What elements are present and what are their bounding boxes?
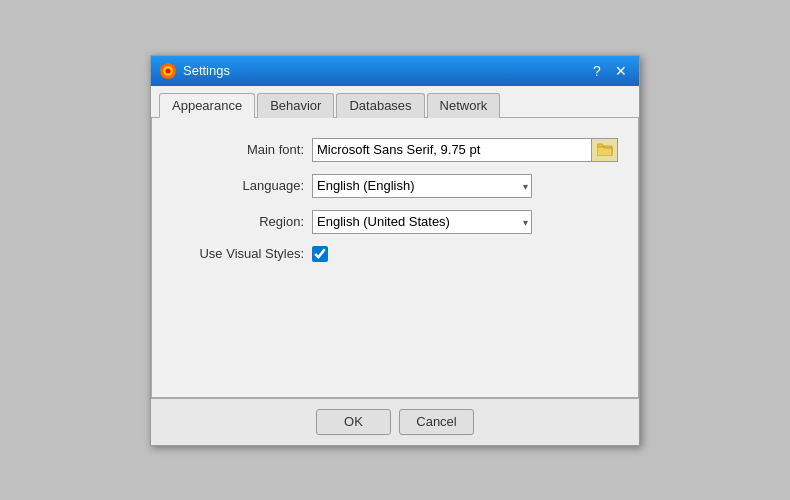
visual-styles-checkbox-wrap: [312, 246, 328, 262]
dialog-window: Settings ? ✕ Appearance Behavior Databas…: [150, 55, 640, 446]
tab-databases[interactable]: Databases: [336, 93, 424, 118]
browse-font-button[interactable]: [592, 138, 618, 162]
tab-network[interactable]: Network: [427, 93, 501, 118]
language-label: Language:: [172, 178, 312, 193]
language-select[interactable]: English (English) French (Français) Germ…: [312, 174, 532, 198]
region-row: Region: English (United States) English …: [172, 210, 618, 234]
visual-styles-checkbox[interactable]: [312, 246, 328, 262]
title-bar: Settings ? ✕: [151, 56, 639, 86]
main-font-label: Main font:: [172, 142, 312, 157]
app-icon: [159, 62, 177, 80]
dialog-body: Appearance Behavior Databases Network Ma…: [151, 86, 639, 398]
tab-content-appearance: Main font: Language:: [151, 118, 639, 398]
visual-styles-row: Use Visual Styles:: [172, 246, 618, 262]
main-font-input[interactable]: [312, 138, 592, 162]
svg-point-2: [166, 68, 171, 73]
region-select[interactable]: English (United States) English (United …: [312, 210, 532, 234]
svg-rect-5: [597, 144, 603, 147]
region-label: Region:: [172, 214, 312, 229]
title-bar-controls: ? ✕: [587, 61, 631, 81]
language-select-wrap: English (English) French (Français) Germ…: [312, 174, 532, 198]
tab-bar: Appearance Behavior Databases Network: [151, 86, 639, 118]
region-select-wrap: English (United States) English (United …: [312, 210, 532, 234]
main-font-row: Main font:: [172, 138, 618, 162]
help-button[interactable]: ?: [587, 61, 607, 81]
main-font-control: [312, 138, 618, 162]
tab-appearance[interactable]: Appearance: [159, 93, 255, 118]
window-title: Settings: [183, 63, 587, 78]
cancel-button[interactable]: Cancel: [399, 409, 474, 435]
tab-behavior[interactable]: Behavior: [257, 93, 334, 118]
visual-styles-label: Use Visual Styles:: [172, 246, 312, 261]
ok-button[interactable]: OK: [316, 409, 391, 435]
dialog-footer: OK Cancel: [151, 398, 639, 445]
close-button[interactable]: ✕: [611, 61, 631, 81]
language-row: Language: English (English) French (Fran…: [172, 174, 618, 198]
